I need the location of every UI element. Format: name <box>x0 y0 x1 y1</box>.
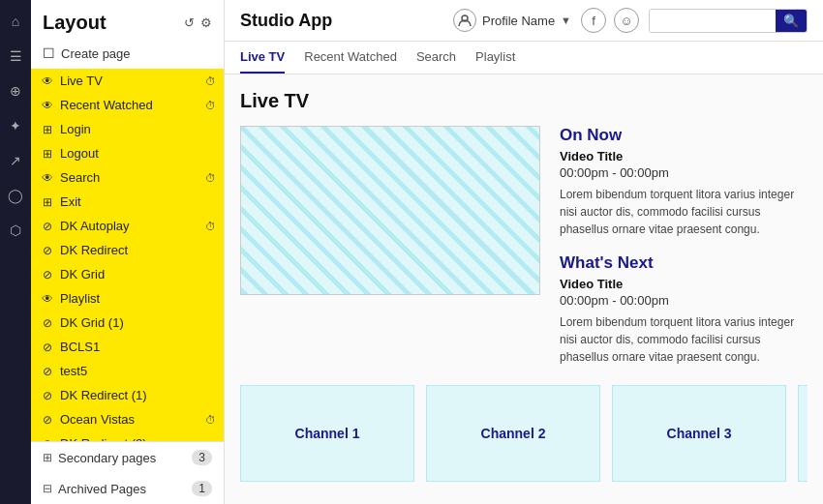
whats-next-info: What's Next Video Title 00:00pm - 00:00p… <box>560 253 808 366</box>
profile-area[interactable]: Profile Name ▼ <box>453 9 571 32</box>
whats-next-time: 00:00pm - 00:00pm <box>560 293 808 308</box>
on-now-label: On Now <box>560 126 808 145</box>
home-icon[interactable]: ⌂ <box>6 12 25 31</box>
tab-recent-watched[interactable]: Recent Watched <box>304 49 397 74</box>
profile-avatar <box>453 9 476 32</box>
slash-icon: ⊘ <box>41 244 54 257</box>
slash-icon: ⊘ <box>41 365 54 378</box>
slash-icon: ⊘ <box>41 268 54 282</box>
nav-item-live-tv[interactable]: 👁 Live TV ⏱ <box>31 69 224 93</box>
whats-next-label: What's Next <box>560 253 808 273</box>
add-icon[interactable]: ⊕ <box>6 81 25 101</box>
grid-icon: ⊞ <box>41 147 54 161</box>
arrow-icon[interactable]: ↗ <box>6 151 25 170</box>
nav-item-action: ⏱ <box>205 221 216 232</box>
nav-label: DK Redirect <box>60 243 128 257</box>
nav-item-dk-autoplay[interactable]: ⊘ DK Autoplay ⏱ <box>31 214 224 238</box>
archived-pages-icon: ⊟ <box>43 482 52 495</box>
eye-icon: 👁 <box>41 99 54 112</box>
slash-icon: ⊘ <box>41 389 54 402</box>
sidebar-footer: ⊞ Secondary pages 3 ⊟ Archived Pages 1 <box>31 441 224 504</box>
search-button[interactable]: 🔍 <box>776 10 807 32</box>
nav-item-bcls1[interactable]: ⊘ BCLS1 <box>31 335 224 359</box>
nav-label: DK Grid <box>60 267 105 282</box>
page-title: Live TV <box>240 90 808 112</box>
icon-sidebar: ⌂ ☰ ⊕ ✦ ↗ ◯ ⬡ <box>0 0 31 504</box>
menu-icon[interactable]: ☰ <box>6 46 25 66</box>
tab-search[interactable]: Search <box>416 49 456 74</box>
create-page-button[interactable]: ☐ Create page <box>31 42 224 69</box>
nav-label: Logout <box>60 146 99 161</box>
slash-icon: ⊘ <box>41 220 54 233</box>
grid-icon: ⊞ <box>41 195 54 209</box>
circle-icon[interactable]: ◯ <box>6 186 25 205</box>
nav-label: Login <box>60 122 91 136</box>
on-now-section: On Now Video Title 00:00pm - 00:00pm Lor… <box>240 126 808 366</box>
nav-tabs: Live TV Recent Watched Search Playlist <box>225 42 823 74</box>
search-bar: 🔍 <box>649 9 808 33</box>
nav-item-dk-redirect-2[interactable]: ⊘ DK Redirect (2) <box>31 431 224 441</box>
nav-label: DK Autoplay <box>60 219 130 233</box>
nav-item-recent-watched[interactable]: 👁 Recent Watched ⏱ <box>31 93 224 117</box>
nav-item-action: ⏱ <box>205 100 216 111</box>
tab-live-tv[interactable]: Live TV <box>240 49 285 74</box>
main-area: Studio App Profile Name ▼ f ☺ 🔍 <box>225 0 823 504</box>
nav-item-exit[interactable]: ⊞ Exit <box>31 190 224 214</box>
nav-label: DK Redirect (1) <box>60 388 147 402</box>
create-page-label: Create page <box>61 46 131 61</box>
topbar-icons: f ☺ <box>581 8 639 33</box>
secondary-pages-item[interactable]: ⊞ Secondary pages 3 <box>31 442 224 473</box>
nav-label: DK Grid (1) <box>60 315 124 330</box>
tab-playlist[interactable]: Playlist <box>475 49 515 74</box>
nav-label: Search <box>60 170 100 185</box>
nav-item-dk-grid-1[interactable]: ⊘ DK Grid (1) <box>31 311 224 335</box>
facebook-icon[interactable]: f <box>581 8 606 33</box>
channel-card-partial[interactable]: Cha... <box>798 385 808 482</box>
channel-card-3[interactable]: Channel 3 <box>612 385 786 482</box>
slash-icon: ⊘ <box>41 413 54 427</box>
nav-label: Exit <box>60 194 81 209</box>
nav-item-test5[interactable]: ⊘ test5 <box>31 359 224 383</box>
nav-list: 👁 Live TV ⏱ 👁 Recent Watched ⏱ ⊞ Login ⊞… <box>31 69 224 441</box>
content-area: Live TV On Now Video Title 00:00pm - 00:… <box>225 74 823 504</box>
nav-label: test5 <box>60 364 87 378</box>
channel-card-1[interactable]: Channel 1 <box>240 385 414 482</box>
secondary-pages-badge: 3 <box>192 450 212 465</box>
on-now-description: Lorem bibendum torquent litora varius in… <box>560 186 808 238</box>
nav-item-dk-redirect-1[interactable]: ⊘ DK Redirect (1) <box>31 383 224 407</box>
archived-pages-item[interactable]: ⊟ Archived Pages 1 <box>31 473 224 504</box>
sidebar-header-actions: ↺ ⚙ <box>184 15 212 30</box>
topbar-right: Profile Name ▼ f ☺ 🔍 <box>453 8 808 33</box>
channel-card-2[interactable]: Channel 2 <box>426 385 600 482</box>
profile-name: Profile Name <box>482 14 555 28</box>
eye-icon: 👁 <box>41 74 54 88</box>
whats-next-description: Lorem bibendum torquent litora varius in… <box>560 313 808 366</box>
secondary-pages-label: Secondary pages <box>58 451 156 465</box>
nav-item-ocean-vistas[interactable]: ⊘ Ocean Vistas ⏱ <box>31 407 224 431</box>
nav-label: Recent Watched <box>60 98 153 112</box>
video-player[interactable] <box>240 126 540 295</box>
sidebar-title: Layout <box>43 12 107 34</box>
nav-item-playlist[interactable]: 👁 Playlist <box>31 286 224 311</box>
smiley-icon[interactable]: ☺ <box>614 8 639 33</box>
nav-label: BCLS1 <box>60 340 100 354</box>
nav-label: Playlist <box>60 291 100 306</box>
refresh-icon[interactable]: ↺ <box>184 15 195 30</box>
nav-item-login[interactable]: ⊞ Login <box>31 117 224 141</box>
nav-item-action: ⏱ <box>205 414 216 426</box>
nav-label: Live TV <box>60 74 103 88</box>
nav-item-dk-grid[interactable]: ⊘ DK Grid <box>31 262 224 286</box>
nav-item-action: ⏱ <box>205 172 216 184</box>
secondary-pages-icon: ⊞ <box>43 451 52 464</box>
slash-icon: ⊘ <box>41 316 54 330</box>
hex-icon[interactable]: ⬡ <box>6 221 25 240</box>
on-now-video-title: Video Title <box>560 149 808 163</box>
settings-icon[interactable]: ⚙ <box>200 15 212 30</box>
nav-item-dk-redirect[interactable]: ⊘ DK Redirect <box>31 238 224 262</box>
star-icon[interactable]: ✦ <box>6 116 25 135</box>
nav-item-logout[interactable]: ⊞ Logout <box>31 141 224 165</box>
search-input[interactable] <box>650 10 776 32</box>
nav-label: Ocean Vistas <box>60 412 135 427</box>
nav-item-search[interactable]: 👁 Search ⏱ <box>31 165 224 190</box>
grid-icon: ⊞ <box>41 123 54 136</box>
